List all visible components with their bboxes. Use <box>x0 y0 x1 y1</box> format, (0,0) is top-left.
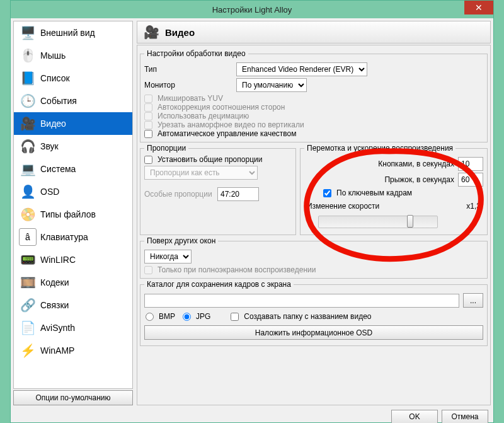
close-button[interactable]: ✕ <box>464 1 493 14</box>
sidebar-item-label: WinLIRC <box>40 255 76 265</box>
footer: OK Отмена <box>11 408 493 423</box>
filetypes-icon: 📀 <box>19 206 37 223</box>
mouse-icon: 🖱️ <box>19 47 37 64</box>
sidebar-item-label: Внешний вид <box>40 28 95 38</box>
settings-panel: Настройки обработки видео Тип Enhanced V… <box>137 45 491 405</box>
common-proportions-label: Установить общие пропорции <box>158 155 262 164</box>
slider-thumb[interactable] <box>407 215 413 228</box>
sidebar-item-label: Видео <box>40 119 66 129</box>
sidebar-item-label: WinAMP <box>40 345 74 356</box>
section-title: Видео <box>165 27 195 38</box>
sidebar-item-label: AviSynth <box>40 323 75 333</box>
fullscreen-only-checkbox[interactable] <box>144 266 152 274</box>
sidebar-item-codecs[interactable]: 🎞️Кодеки <box>14 271 132 294</box>
ontop-select[interactable]: Никогда <box>144 250 192 264</box>
ok-button[interactable]: OK <box>391 410 438 424</box>
sidebar-item-audio[interactable]: 🎧Звук <box>14 135 132 158</box>
sidebar-item-video[interactable]: 🎥Видео <box>14 112 132 135</box>
autocorrect-checkbox[interactable] <box>144 103 152 112</box>
script-icon: 📄 <box>19 319 37 337</box>
cancel-button[interactable]: Отмена <box>442 410 488 424</box>
proportions-group: Пропорции Установить общие пропорции Про… <box>140 144 296 235</box>
mix-yuv-checkbox[interactable] <box>144 95 152 103</box>
bmp-radio[interactable] <box>146 313 154 321</box>
capture-path-input[interactable] <box>144 294 459 308</box>
sidebar-item-events[interactable]: 🕒События <box>14 90 132 112</box>
renderer-select[interactable]: Enhanced Video Renderer (EVR) <box>236 62 367 76</box>
capture-group: Каталог для сохранения кадров с экрана .… <box>140 280 488 346</box>
overlay-osd-button[interactable]: Наложить информационное OSD <box>144 325 483 340</box>
sidebar-item-osd[interactable]: 👤OSD <box>14 180 132 203</box>
remote-icon: 📟 <box>19 251 37 269</box>
sidebar-item-label: OSD <box>40 187 59 197</box>
type-label: Тип <box>144 65 232 74</box>
fullscreen-only-label: Только при полноэкранном воспроизведении <box>158 265 316 274</box>
main-area: 🎥 Видео Настройки обработки видео Тип En… <box>137 21 491 405</box>
settings-window: Настройки Light Alloy ✕ 🖥️Внешний вид 🖱️… <box>10 0 494 423</box>
keyframes-checkbox[interactable] <box>323 189 331 197</box>
system-icon: 💻 <box>19 160 37 178</box>
crop-label: Урезать анаморфное видео по вертикали <box>158 120 304 129</box>
sidebar-item-label: События <box>40 96 77 106</box>
sidebar-item-bindings[interactable]: 🔗Связки <box>14 294 132 316</box>
sidebar-item-winlirc[interactable]: 📟WinLIRC <box>14 248 132 271</box>
monitor-select[interactable]: По умолчанию <box>236 78 307 92</box>
video-icon: 🎥 <box>19 115 37 132</box>
speed-label: Изменение скорости <box>307 202 379 211</box>
common-proportions-checkbox[interactable] <box>144 156 152 164</box>
sidebar-item-label: Связки <box>40 300 69 310</box>
autoquality-label: Автоматическое управление качеством <box>158 129 296 138</box>
bmp-radio-label[interactable]: BMP <box>146 312 175 321</box>
audio-icon: 🎧 <box>19 137 37 155</box>
autoquality-checkbox[interactable] <box>144 130 152 138</box>
section-header: 🎥 Видео <box>137 21 491 43</box>
sidebar-item-label: Типы файлов <box>40 209 96 219</box>
processing-legend: Настройки обработки видео <box>144 49 248 58</box>
sidebar-item-winamp[interactable]: ⚡WinAMP <box>14 339 132 362</box>
decimation-checkbox[interactable] <box>144 112 152 120</box>
keyboard-icon: â <box>19 228 37 246</box>
create-folder-label[interactable]: Создавать папку с названием видео <box>231 312 371 321</box>
seek-group: Перемотка и ускорение воспроизведения Кн… <box>300 144 488 235</box>
window-title: Настройки Light Alloy <box>212 5 292 14</box>
browse-button[interactable]: ... <box>463 293 483 308</box>
capture-legend: Каталог для сохранения кадров с экрана <box>144 280 294 289</box>
create-folder-checkbox[interactable] <box>231 313 239 321</box>
sidebar-item-avisynth[interactable]: 📄AviSynth <box>14 316 132 339</box>
speed-slider[interactable] <box>318 216 438 228</box>
defaults-button[interactable]: Опции по-умолчанию <box>13 390 133 405</box>
proportions-legend: Пропорции <box>144 144 188 153</box>
list-icon: 📘 <box>19 69 37 87</box>
jump-seek-input[interactable] <box>458 173 483 187</box>
buttons-seek-label: Кнопками, в секундах <box>378 159 454 168</box>
titlebar: Настройки Light Alloy ✕ <box>11 1 493 18</box>
ontop-legend: Поверх других окон <box>144 236 218 245</box>
special-proportions-label: Особые пропорции <box>144 190 214 199</box>
video-icon: 🎥 <box>142 23 160 41</box>
buttons-seek-input[interactable] <box>458 157 483 171</box>
jpg-radio-label[interactable]: JPG <box>183 312 210 321</box>
crop-checkbox[interactable] <box>144 121 152 129</box>
sidebar-item-keyboard[interactable]: âКлавиатура <box>14 226 132 248</box>
ontop-group: Поверх других окон Никогда Только при по… <box>140 236 488 279</box>
osd-icon: 👤 <box>19 183 37 200</box>
processing-group: Настройки обработки видео Тип Enhanced V… <box>140 49 488 142</box>
sidebar-item-label: Мышь <box>40 50 66 61</box>
clock-icon: 🕒 <box>19 92 37 110</box>
sidebar-item-label: Список <box>40 73 70 83</box>
content-area: 🖥️Внешний вид 🖱️Мышь 📘Список 🕒События 🎥В… <box>11 18 493 408</box>
proportions-select[interactable]: Пропорции как есть <box>144 166 258 180</box>
sidebar-item-appearance[interactable]: 🖥️Внешний вид <box>14 21 132 44</box>
sidebar-item-label: Кодеки <box>40 277 69 287</box>
special-proportions-input[interactable] <box>217 187 259 201</box>
sidebar-item-list[interactable]: 📘Список <box>14 67 132 90</box>
decimation-label: Использовать децимацию <box>158 112 249 120</box>
sidebar-item-filetypes[interactable]: 📀Типы файлов <box>14 203 132 226</box>
sidebar-item-mouse[interactable]: 🖱️Мышь <box>14 44 132 67</box>
monitor-icon: 🖥️ <box>19 24 37 42</box>
sidebar-item-system[interactable]: 💻Система <box>14 158 132 180</box>
keyframes-label: По ключевым кадрам <box>336 188 412 197</box>
jump-seek-label: Прыжок, в секундах <box>384 175 454 184</box>
jpg-radio[interactable] <box>183 313 191 321</box>
codec-icon: 🎞️ <box>19 274 37 291</box>
